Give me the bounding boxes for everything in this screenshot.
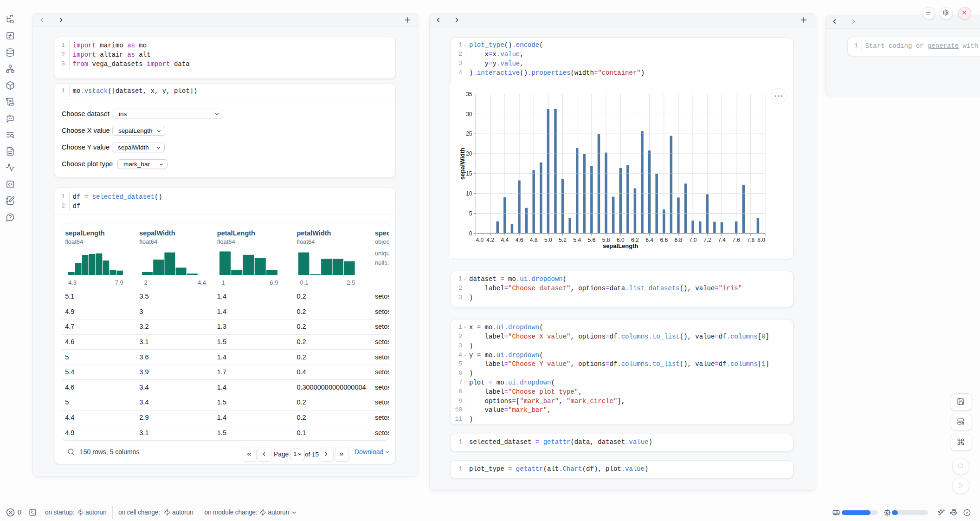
svg-text:5.2: 5.2: [559, 237, 567, 243]
svg-text:20: 20: [466, 150, 472, 157]
svg-text:7.4: 7.4: [718, 237, 726, 243]
svg-text:35: 35: [466, 91, 472, 98]
svg-text:25: 25: [466, 130, 472, 137]
svg-text:7.6: 7.6: [732, 237, 740, 243]
svg-text:5: 5: [469, 210, 472, 217]
svg-text:7.2: 7.2: [703, 237, 711, 243]
svg-text:sepalLength: sepalLength: [603, 242, 638, 249]
svg-text:4.6: 4.6: [516, 237, 523, 243]
svg-text:10: 10: [466, 190, 472, 197]
svg-text:6.4: 6.4: [645, 237, 653, 243]
svg-text:7.0: 7.0: [689, 237, 697, 243]
svg-text:0: 0: [469, 230, 472, 237]
svg-text:6.8: 6.8: [675, 237, 683, 243]
svg-text:4.8: 4.8: [530, 237, 538, 243]
svg-text:4.2: 4.2: [486, 237, 494, 243]
svg-text:6.6: 6.6: [660, 237, 668, 243]
svg-text:sepalWidth: sepalWidth: [459, 148, 466, 180]
svg-text:4.0: 4.0: [476, 237, 484, 243]
svg-text:4.4: 4.4: [501, 237, 509, 243]
svg-text:8.0: 8.0: [757, 237, 765, 243]
svg-text:15: 15: [466, 170, 472, 177]
svg-text:5.6: 5.6: [588, 237, 596, 243]
svg-text:5.0: 5.0: [544, 237, 552, 243]
svg-text:30: 30: [466, 111, 472, 117]
svg-text:7.8: 7.8: [747, 237, 754, 243]
svg-text:5.4: 5.4: [573, 237, 581, 243]
